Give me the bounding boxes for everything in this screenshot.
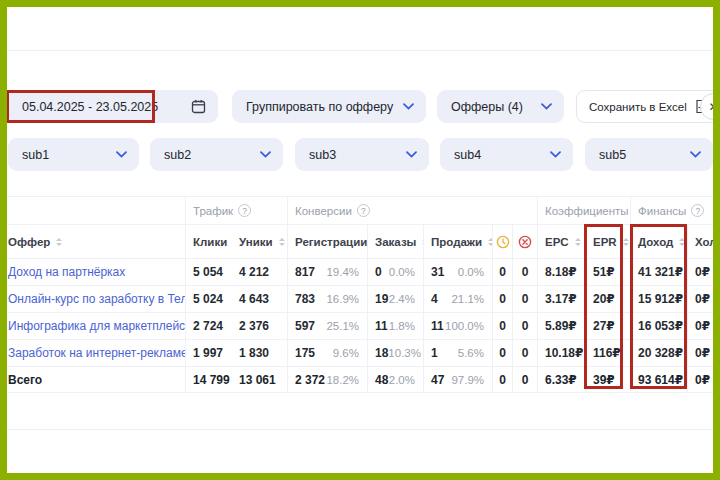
chevron-down-icon <box>403 103 414 110</box>
pending-clock-icon <box>496 235 510 249</box>
uniques-value: 1 830 <box>232 339 287 366</box>
pending-value: 0 <box>492 258 512 285</box>
sub2-select[interactable]: sub2 <box>150 138 283 171</box>
sub1-label: sub1 <box>22 148 49 162</box>
orders-cell: 1810.3% <box>367 339 423 366</box>
epr-value: 20₽ <box>585 285 630 312</box>
sort-icon[interactable] <box>575 238 581 246</box>
col-offer[interactable]: Оффер <box>8 224 185 258</box>
sales-cell: 310.0% <box>423 258 492 285</box>
offer-link[interactable]: Доход на партнёрках <box>8 258 185 285</box>
col-uniques[interactable]: Уники <box>232 224 287 258</box>
help-icon[interactable]: ? <box>238 204 251 217</box>
total-registrations: 2 37218.2% <box>287 366 367 393</box>
offer-link[interactable]: Заработок на интернет-рекламе <box>8 339 185 366</box>
sales-cell: 11100.0% <box>423 312 492 339</box>
epc-value: 8.18₽ <box>537 258 585 285</box>
rejected-cross-icon <box>518 235 532 249</box>
col-orders[interactable]: Заказы <box>367 224 423 258</box>
group-by-select[interactable]: Группировать по офферу <box>232 90 426 123</box>
stats-table: Трафик ? Конверсии ? Коэффициенты ? Фина… <box>8 196 720 393</box>
col-pending[interactable] <box>492 224 512 258</box>
offer-link[interactable]: Инфографика для маркетплейсов <box>8 312 185 339</box>
pending-value: 0 <box>492 339 512 366</box>
epc-value: 5.89₽ <box>537 312 585 339</box>
top-divider <box>7 50 713 51</box>
col-hold[interactable]: Холд <box>687 224 720 258</box>
help-icon[interactable]: ? <box>357 204 370 217</box>
col-rejected[interactable] <box>512 224 537 258</box>
offer-link[interactable]: Онлайн-курс по заработку в Телеграм <box>8 285 185 312</box>
epr-value: 27₽ <box>585 312 630 339</box>
orders-cell: 111.8% <box>367 312 423 339</box>
total-orders: 482.0% <box>367 366 423 393</box>
clicks-value: 5 024 <box>185 285 232 312</box>
col-income[interactable]: Доход <box>630 224 687 258</box>
sort-icon[interactable] <box>623 238 629 246</box>
income-value: 16 053₽ <box>630 312 687 339</box>
date-range-picker[interactable]: 05.04.2025 - 23.05.2025 <box>8 90 218 123</box>
orders-cell: 00.0% <box>367 258 423 285</box>
income-value: 15 912₽ <box>630 285 687 312</box>
chevron-down-icon <box>260 151 271 158</box>
chevron-down-icon <box>550 151 561 158</box>
close-button[interactable]: ✕ <box>700 93 720 120</box>
sub3-label: sub3 <box>309 148 336 162</box>
group-empty <box>8 196 185 224</box>
sales-cell: 15.6% <box>423 339 492 366</box>
sub1-select[interactable]: sub1 <box>8 138 139 171</box>
uniques-value: 4 212 <box>232 258 287 285</box>
col-registrations[interactable]: Регистрации <box>287 224 367 258</box>
group-traffic: Трафик ? <box>185 196 287 224</box>
epr-value: 51₽ <box>585 258 630 285</box>
sort-icon[interactable] <box>56 238 62 246</box>
sort-icon[interactable] <box>279 238 285 246</box>
income-value: 41 321₽ <box>630 258 687 285</box>
bottom-divider <box>7 429 713 430</box>
registrations-cell: 81719.4% <box>287 258 367 285</box>
hold-value: 0₽ <box>687 258 720 285</box>
save-excel-label: Сохранить в Excel <box>589 101 687 113</box>
close-icon: ✕ <box>708 100 718 114</box>
clicks-value: 1 997 <box>185 339 232 366</box>
rejected-value: 0 <box>512 258 537 285</box>
group-spacer <box>492 196 537 224</box>
sub3-select[interactable]: sub3 <box>295 138 429 171</box>
date-range-value: 05.04.2025 - 23.05.2025 <box>22 100 158 114</box>
registrations-cell: 78316.9% <box>287 285 367 312</box>
sort-icon[interactable] <box>679 238 685 246</box>
uniques-value: 2 376 <box>232 312 287 339</box>
uniques-value: 4 643 <box>232 285 287 312</box>
sub4-label: sub4 <box>454 148 481 162</box>
epc-value: 10.18₽ <box>537 339 585 366</box>
total-hold: 0₽ <box>687 366 720 393</box>
total-epr: 39₽ <box>585 366 630 393</box>
sub4-select[interactable]: sub4 <box>440 138 573 171</box>
sub5-select[interactable]: sub5 <box>585 138 713 171</box>
chevron-down-icon <box>690 151 701 158</box>
group-coefficients: Коэффициенты ? <box>537 196 630 224</box>
chevron-down-icon <box>116 151 127 158</box>
chevron-down-icon <box>541 103 552 110</box>
group-by-value: Группировать по офферу <box>246 100 393 114</box>
col-sales[interactable]: Продажи <box>423 224 492 258</box>
total-rejected: 0 <box>512 366 537 393</box>
pending-value: 0 <box>492 285 512 312</box>
help-icon[interactable]: ? <box>691 204 704 217</box>
pending-value: 0 <box>492 312 512 339</box>
registrations-cell: 59725.1% <box>287 312 367 339</box>
col-epc[interactable]: EPC <box>537 224 585 258</box>
total-pending: 0 <box>492 366 512 393</box>
save-excel-button[interactable]: Сохранить в Excel <box>576 90 720 123</box>
col-epr[interactable]: EPR <box>585 224 630 258</box>
income-value: 20 328₽ <box>630 339 687 366</box>
total-clicks: 14 799 <box>185 366 232 393</box>
chevron-down-icon <box>406 151 417 158</box>
offers-select[interactable]: Офферы (4) <box>437 90 564 123</box>
col-clicks[interactable]: Клики <box>185 224 232 258</box>
hold-value: 0₽ <box>687 339 720 366</box>
offers-value: Офферы (4) <box>451 100 523 114</box>
clicks-value: 5 054 <box>185 258 232 285</box>
group-conversions: Конверсии ? <box>287 196 492 224</box>
epc-value: 3.17₽ <box>537 285 585 312</box>
